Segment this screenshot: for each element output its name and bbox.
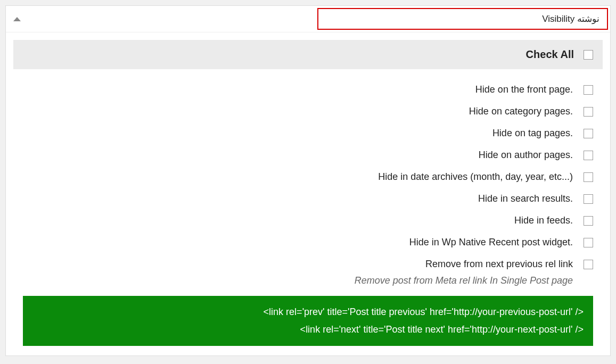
option-row: .Hide on category pages: [23, 101, 593, 122]
option-label: .Hide on category pages: [469, 106, 573, 117]
option-checkbox-date-archives[interactable]: [584, 172, 593, 182]
option-checkbox-recent-posts[interactable]: [584, 238, 593, 247]
option-label: .Hide on tag pages: [492, 128, 573, 139]
option-checkbox-front-page[interactable]: [584, 85, 593, 95]
option-checkbox-feeds[interactable]: [584, 216, 593, 226]
option-row: Remove from next previous rel link: [23, 253, 593, 275]
check-all-label: Check All: [526, 48, 574, 61]
metabox-header: نوشته Visibility: [6, 6, 610, 32]
option-row: .Hide in feeds: [23, 210, 593, 231]
option-row: .Hide on the front page: [23, 79, 593, 101]
code-line-prev: </ 'link rel='prev' title='Post title pr…: [32, 303, 584, 321]
option-label: Remove from next previous rel link: [425, 259, 573, 270]
check-all-row: Check All: [13, 40, 603, 69]
option-row: .Hide on tag pages: [23, 122, 593, 144]
option-checkbox-tag[interactable]: [584, 129, 593, 138]
option-checkbox-rel-link[interactable]: [584, 260, 593, 269]
code-line-next: </ 'link rel='next' title='Post title ne…: [32, 321, 584, 338]
options-list: .Hide on the front page .Hide on categor…: [13, 77, 603, 294]
option-label: .Hide in feeds: [514, 215, 573, 226]
check-all-checkbox[interactable]: [584, 50, 593, 60]
option-row: .Hide in Wp Native Recent post widget: [23, 231, 593, 253]
option-checkbox-search[interactable]: [584, 194, 593, 204]
option-description: Remove post from Meta rel link In Single…: [23, 275, 573, 292]
visibility-metabox: نوشته Visibility Check All .Hide on the …: [5, 5, 611, 356]
metabox-body: Check All .Hide on the front page .Hide …: [6, 32, 610, 355]
option-label: .Hide in search results: [478, 193, 573, 204]
option-label: .Hide in Wp Native Recent post widget: [409, 237, 573, 248]
option-checkbox-author[interactable]: [584, 151, 593, 160]
option-label: .Hide on author pages: [479, 150, 573, 161]
metabox-title: نوشته Visibility: [317, 8, 608, 30]
option-row: (...Hide in date archives (month, day, y…: [23, 166, 593, 188]
option-row: .Hide on author pages: [23, 144, 593, 166]
option-label: .Hide on the front page: [475, 84, 573, 95]
option-checkbox-category[interactable]: [584, 107, 593, 117]
option-row: .Hide in search results: [23, 188, 593, 210]
option-label: (...Hide in date archives (month, day, y…: [378, 171, 573, 183]
collapse-icon[interactable]: [13, 17, 21, 21]
code-block: </ 'link rel='prev' title='Post title pr…: [23, 296, 593, 346]
